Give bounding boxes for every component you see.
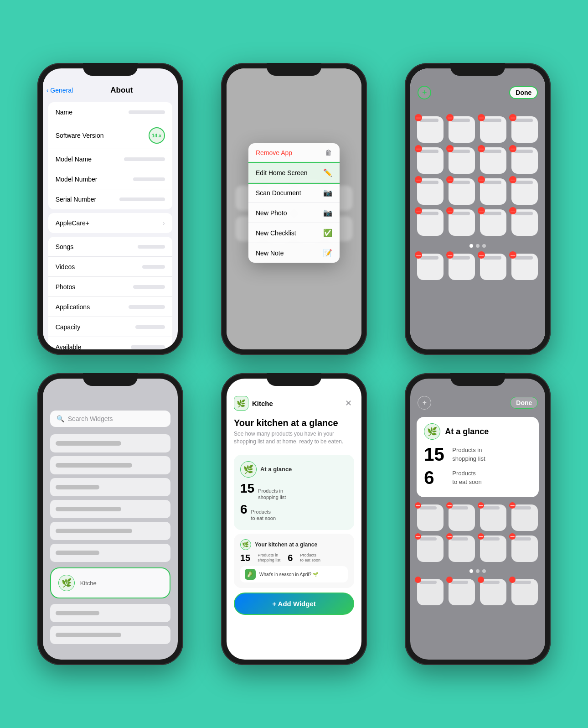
context-menu-scan-doc[interactable]: Scan Document 📷 [248,183,340,203]
context-menu-remove-app[interactable]: Remove App 🗑 [248,143,340,163]
settings-row-videos[interactable]: Videos [48,257,172,277]
settings-value-model-name [124,157,165,161]
widget-list-item[interactable] [50,456,170,474]
edit-icon-item[interactable]: — [449,178,475,205]
home-icon-item[interactable]: — [511,504,538,531]
edit-icon-item[interactable]: — [449,147,475,174]
widget-preview-card-1[interactable]: 🌿 At a glance 15 Products inshopping lis… [234,455,354,530]
settings-row-applecare[interactable]: AppleCare+ › [48,213,172,233]
chevron-right-icon: › [163,219,165,227]
edit-icon-item[interactable]: — [449,116,475,143]
settings-row-version[interactable]: Software Version 14.x [48,122,172,149]
dock-icon-label [419,581,437,584]
widget-picker-header: 🌿 Kitche ✕ [227,392,361,414]
dock-icon-label [514,581,531,584]
edit-icon-item[interactable]: — [417,147,444,174]
widget-list-item[interactable] [50,500,170,518]
widget-list-item[interactable] [50,544,170,562]
settings-row-name[interactable]: Name [48,102,172,122]
widget-list-item[interactable] [50,478,170,496]
dock-icon-item[interactable]: — [480,579,506,605]
edit-icon-item[interactable]: — [480,147,506,174]
edit-icon-label [483,212,501,215]
edit-icon-item[interactable]: — [480,116,506,143]
dock-icon-item[interactable]: — [511,579,538,605]
edit-icon-label [514,181,533,184]
dock-icon-label [451,581,468,584]
settings-row-songs[interactable]: Songs [48,237,172,257]
edit-icon-label [514,212,533,215]
widget-home-done-button[interactable]: Done [510,397,538,409]
widget-search-bar[interactable]: 🔍 Search Widgets [50,411,170,427]
close-button[interactable]: ✕ [343,398,354,409]
settings-label-songs: Songs [56,243,138,250]
at-glance-desc-1: Products inshopping list [452,446,485,463]
settings-row-applications[interactable]: Applications [48,297,172,317]
widget-home-plus-button[interactable]: + [418,396,431,410]
settings-row-serial[interactable]: Serial Number [48,189,172,209]
widget-list-item[interactable] [50,522,170,540]
edit-icon-item[interactable]: — [480,178,506,205]
settings-row-model-name[interactable]: Model Name [48,149,172,169]
context-menu-new-note[interactable]: New Note 📝 [248,243,340,263]
home-icon-label [419,506,437,510]
edit-icon-item[interactable]: — [511,147,538,174]
add-widget-button[interactable]: + Add Widget [234,593,354,615]
settings-row-model-number[interactable]: Model Number [48,169,172,189]
settings-back-button[interactable]: ‹ General [46,87,73,94]
kitche-preview-icon: 🌿 [240,461,257,478]
context-menu-edit-home[interactable]: Edit Home Screen ✏️ [248,163,340,183]
widget-home-header: + Done [410,392,545,413]
edit-icon-item[interactable]: — [511,116,538,143]
settings-section-2: AppleCare+ › [48,213,172,233]
home-icon-item[interactable]: — [449,504,475,531]
dock-icon-item[interactable]: — [449,579,475,605]
context-menu-new-checklist[interactable]: New Checklist ✅ [248,223,340,243]
note-icon: 📝 [323,249,332,257]
settings-row-capacity[interactable]: Capacity [48,317,172,337]
dock-icon-item[interactable]: — [480,254,506,280]
edit-icon-item[interactable]: — [511,178,538,205]
widget-list-item[interactable] [50,626,170,644]
kitche-widget-label: Kitche [80,580,97,587]
edit-icon-item[interactable]: — [417,116,444,143]
edit-icon-item[interactable]: — [511,209,538,236]
dock-icon-label [514,256,533,260]
edit-icon-label [420,150,438,153]
context-menu-new-photo[interactable]: New Photo 📷 [248,203,340,223]
home-icon-item[interactable]: — [480,536,506,562]
dock-icon-item[interactable]: — [417,254,444,280]
done-button[interactable]: Done [509,86,538,99]
edit-icon-item[interactable]: — [417,178,444,205]
edit-icon-item[interactable]: — [480,209,506,236]
edit-icon-label [514,150,533,153]
bottom-row-icons-6: — — — — [410,577,545,608]
home-icon-item[interactable]: — [449,536,475,562]
at-glance-widget[interactable]: 🌿 At a glance 15 Products inshopping lis… [417,417,539,497]
widget-edit-screen: + Done — — [410,68,545,349]
home-icon-item[interactable]: — [511,536,538,562]
notch4 [83,373,138,386]
dock-icon-item[interactable]: — [511,254,538,280]
edit-icon-item[interactable]: — [417,209,444,236]
widget-preview-card-2[interactable]: 🌿 Your kitchen at a glance 15 Products i… [234,534,354,588]
kitche-widget-list-item[interactable]: 🌿 Kitche [50,567,170,598]
dock-icon-item[interactable]: — [417,579,444,605]
home-icon-item[interactable]: — [417,536,444,562]
notch6 [450,373,505,386]
widget-list-item[interactable] [50,604,170,622]
edit-icon-label [420,212,438,215]
home-icon-item[interactable]: — [480,504,506,531]
edit-icon-item[interactable]: — [449,209,475,236]
widget-preview-title: At a glance [260,466,292,473]
home-icon-item[interactable]: — [417,504,444,531]
add-widget-button[interactable]: + [418,86,431,99]
dock-icon-item[interactable]: — [449,254,475,280]
phone5-screen: 🌿 Kitche ✕ Your kitchen at a glance See … [227,379,361,660]
phone3-wrapper: + Done — — [395,63,561,355]
widget-list-item[interactable] [50,434,170,452]
settings-nav-back-label: General [50,87,73,94]
phone6: + Done 🌿 At a glance 15 Prod [405,373,551,665]
settings-row-photos[interactable]: Photos [48,277,172,297]
settings-row-available[interactable]: Available [48,337,172,349]
